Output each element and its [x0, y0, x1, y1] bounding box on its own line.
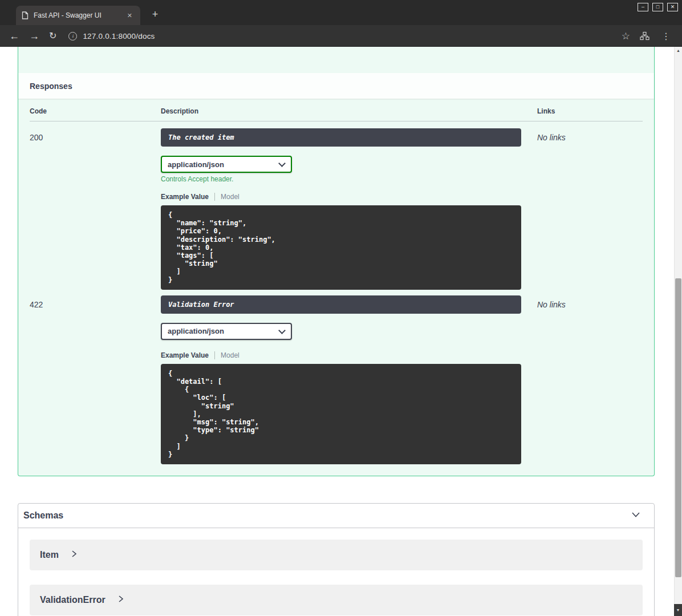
- scroll-down-icon[interactable]: ▼: [674, 604, 682, 616]
- schemas-body: Item ValidationError: [18, 528, 654, 616]
- close-button[interactable]: ✕: [667, 3, 678, 11]
- col-header-links: Links: [537, 107, 643, 115]
- scrollbar-thumb[interactable]: [675, 278, 681, 577]
- tab-divider: [214, 351, 215, 359]
- example-model-tabs: Example Value Model: [161, 193, 537, 201]
- response-description: The created item: [161, 128, 521, 147]
- reload-button[interactable]: ↻: [49, 31, 56, 40]
- accept-header-note: Controls Accept header.: [161, 175, 537, 183]
- example-model-tabs: Example Value Model: [161, 351, 537, 359]
- response-row-200: 200 The created item application/json Co…: [30, 121, 643, 290]
- browser-tab[interactable]: Fast API - Swagger UI ✕: [16, 6, 140, 25]
- post-operation-panel: Responses Code Description Links 200 The…: [18, 47, 655, 476]
- scroll-up-icon[interactable]: ▲: [675, 48, 682, 52]
- forward-button[interactable]: →: [29, 31, 39, 41]
- media-type-select[interactable]: application/json: [161, 156, 292, 173]
- minimize-button[interactable]: –: [638, 3, 648, 11]
- browser-menu-icon[interactable]: ⋮: [659, 31, 673, 42]
- schema-validationerror-row[interactable]: ValidationError: [30, 585, 643, 615]
- schema-item-row[interactable]: Item: [30, 540, 643, 570]
- schemas-header[interactable]: Schemas: [18, 504, 654, 528]
- schemas-title: Schemas: [23, 510, 63, 521]
- tab-example-value[interactable]: Example Value: [161, 351, 209, 359]
- opblock-spacer: [18, 47, 654, 73]
- responses-table-header: Code Description Links: [30, 99, 643, 121]
- tab-close-icon[interactable]: ✕: [125, 11, 135, 21]
- url-text[interactable]: 127.0.0.1:8000/docs: [83, 32, 155, 40]
- site-info-icon[interactable]: i: [68, 32, 77, 40]
- responses-title: Responses: [30, 82, 72, 91]
- response-description: Validation Error: [161, 295, 521, 314]
- col-header-description: Description: [161, 107, 537, 115]
- maximize-button[interactable]: □: [652, 3, 663, 11]
- media-type-select[interactable]: application/json: [161, 323, 292, 340]
- response-links: No links: [537, 295, 643, 464]
- response-row-422: 422 Validation Error application/json Ex…: [30, 290, 643, 464]
- response-code: 422: [30, 295, 161, 464]
- tab-example-value[interactable]: Example Value: [161, 193, 209, 201]
- tab-title: Fast API - Swagger UI: [34, 11, 120, 19]
- schema-name: Item: [40, 550, 59, 560]
- responses-section-header: Responses: [18, 73, 654, 99]
- tab-model[interactable]: Model: [221, 193, 239, 201]
- chevron-right-icon: [118, 595, 124, 605]
- example-json-block: { "detail": [ { "loc": [ "string" ], "ms…: [161, 364, 521, 464]
- bookmark-star-icon[interactable]: ☆: [622, 30, 630, 42]
- schemas-section: Schemas Item: [18, 503, 655, 616]
- page-content: Responses Code Description Links 200 The…: [0, 47, 682, 616]
- example-json-block: { "name": "string", "price": 0, "descrip…: [161, 205, 521, 290]
- back-button[interactable]: ←: [9, 31, 19, 41]
- navigation-bar: ← → ↻ i 127.0.0.1:8000/docs ☆ ⋮: [0, 25, 682, 47]
- responses-table: Code Description Links 200 The created i…: [18, 99, 654, 476]
- tab-divider: [214, 193, 215, 201]
- response-links: No links: [537, 128, 643, 290]
- schema-name: ValidationError: [40, 595, 105, 605]
- extension-icon[interactable]: [640, 31, 649, 40]
- response-code: 200: [30, 128, 161, 290]
- titlebar: Fast API - Swagger UI ✕ + – □ ✕: [0, 0, 682, 25]
- tab-model[interactable]: Model: [221, 351, 239, 359]
- chevron-right-icon: [71, 550, 77, 560]
- new-tab-button[interactable]: +: [147, 7, 163, 22]
- chevron-down-icon[interactable]: [630, 509, 642, 522]
- page-scrollbar[interactable]: ▲ ▼: [674, 47, 682, 616]
- col-header-code: Code: [30, 107, 161, 115]
- window-controls: – □ ✕: [638, 3, 678, 11]
- address-bar[interactable]: i 127.0.0.1:8000/docs: [68, 32, 611, 40]
- browser-window: Fast API - Swagger UI ✕ + – □ ✕ ← → ↻ i …: [0, 0, 682, 616]
- page-favicon-icon: [22, 11, 29, 19]
